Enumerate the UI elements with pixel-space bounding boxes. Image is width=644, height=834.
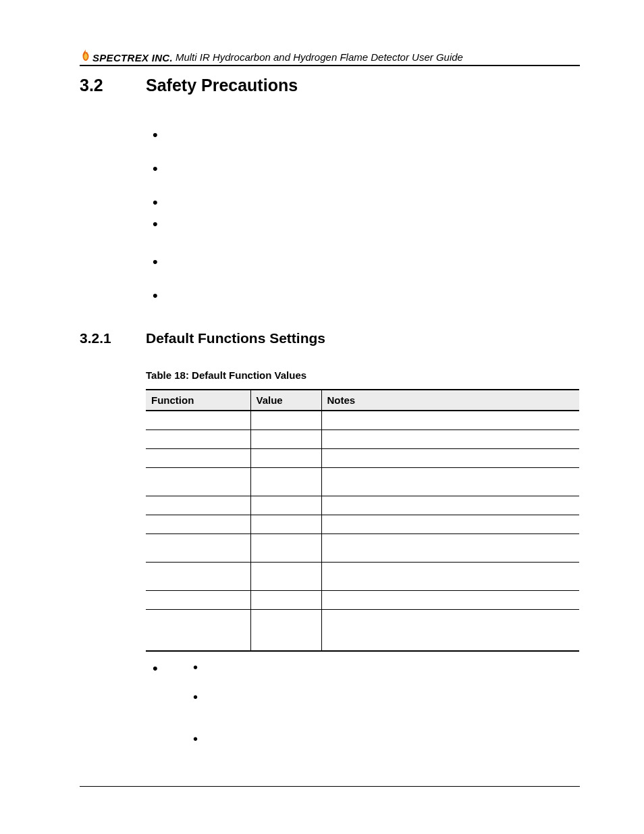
brand-text: SPECTREX INC.: [92, 52, 173, 63]
subsection-number: 3.2.1: [80, 330, 146, 346]
cell-value: [250, 467, 321, 496]
cell-notes: [321, 533, 579, 562]
list-item: [153, 217, 580, 230]
brand-main: SPECTREX: [92, 52, 149, 63]
cell-notes: [321, 496, 579, 515]
list-item: [153, 661, 580, 745]
cell-notes: [321, 467, 579, 496]
cell-function: [146, 533, 250, 562]
default-functions-table: Function Value Notes: [146, 389, 579, 652]
section-number: 3.2: [80, 76, 146, 95]
col-header-value: Value: [250, 390, 321, 411]
list-item: [153, 288, 580, 302]
cell-notes: [321, 429, 579, 448]
cell-value: [250, 609, 321, 651]
list-item: [153, 255, 580, 268]
cell-notes: [321, 609, 579, 651]
cell-value: [250, 533, 321, 562]
doc-title: Multi IR Hydrocarbon and Hydrogen Flame …: [176, 51, 463, 63]
list-item: [153, 128, 580, 141]
list-item: [193, 733, 580, 745]
footer-rule: [80, 786, 580, 787]
cell-function: [146, 515, 250, 533]
col-header-function: Function: [146, 390, 250, 411]
cell-function: [146, 609, 250, 651]
footer-sub-list: [193, 661, 580, 745]
cell-notes: [321, 590, 579, 609]
table-row: [146, 429, 579, 448]
table-row: [146, 467, 579, 496]
cell-value: [250, 411, 321, 429]
cell-function: [146, 467, 250, 496]
table-header-row: Function Value Notes: [146, 390, 579, 411]
cell-function: [146, 496, 250, 515]
table-row: [146, 448, 579, 467]
footer-bullet-list: [153, 661, 580, 745]
cell-notes: [321, 562, 579, 590]
cell-notes: [321, 448, 579, 467]
list-item: [193, 691, 580, 703]
cell-function: [146, 411, 250, 429]
cell-notes: [321, 515, 579, 533]
table-row: [146, 533, 579, 562]
section-heading: 3.2 Safety Precautions: [80, 76, 580, 95]
table-row: [146, 562, 579, 590]
list-item: [193, 661, 580, 673]
table-caption: Table 18: Default Function Values: [146, 369, 580, 381]
table-row: [146, 496, 579, 515]
cell-value: [250, 496, 321, 515]
cell-function: [146, 429, 250, 448]
section-title: Safety Precautions: [146, 76, 298, 95]
list-item: [153, 161, 580, 175]
flame-icon: [80, 49, 92, 62]
cell-notes: [321, 411, 579, 429]
list-item: [153, 195, 580, 209]
cell-value: [250, 429, 321, 448]
table-row: [146, 411, 579, 429]
page-header: SPECTREX INC. Multi IR Hydrocarbon and H…: [80, 49, 580, 66]
subsection-heading: 3.2.1 Default Functions Settings: [80, 330, 580, 346]
cell-value: [250, 590, 321, 609]
safety-bullet-list: [153, 128, 580, 302]
subsection-title: Default Functions Settings: [146, 330, 325, 346]
table-row: [146, 515, 579, 533]
cell-value: [250, 515, 321, 533]
col-header-notes: Notes: [321, 390, 579, 411]
table-row: [146, 590, 579, 609]
cell-value: [250, 562, 321, 590]
cell-function: [146, 590, 250, 609]
cell-function: [146, 562, 250, 590]
cell-value: [250, 448, 321, 467]
brand-logo: [80, 49, 92, 63]
cell-function: [146, 448, 250, 467]
brand-suffix: INC.: [149, 52, 173, 63]
table-row: [146, 609, 579, 651]
